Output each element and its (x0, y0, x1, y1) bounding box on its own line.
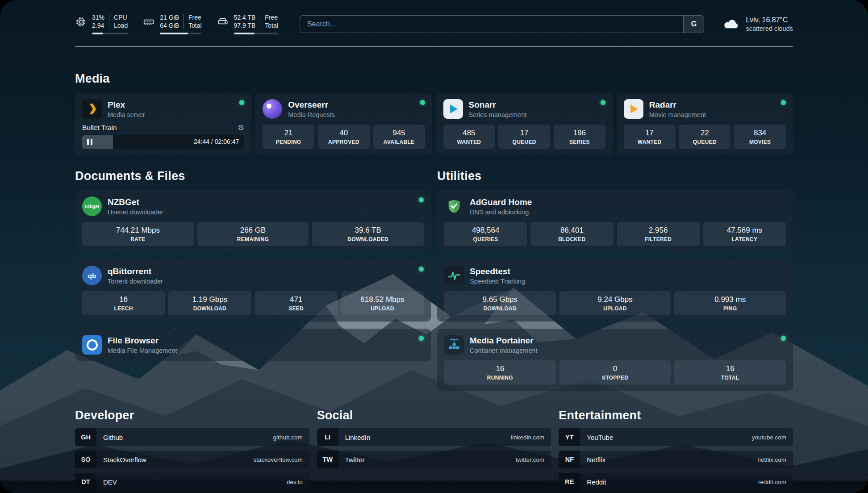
section-heading-social: Social (317, 409, 551, 422)
sonarr-icon (443, 99, 463, 119)
cloud-icon (723, 17, 740, 31)
pause-icon[interactable] (87, 139, 92, 145)
stat-wanted: 485WANTED (443, 125, 495, 149)
filebrowser-card[interactable]: File Browser Media File Management (75, 329, 431, 361)
adguard-card[interactable]: AdGuard Home DNS and adblocking 498,564Q… (437, 190, 793, 252)
search-engine-button[interactable]: G (683, 16, 704, 33)
playback-progress-bar[interactable]: 24:44 / 02:06:47 (82, 135, 244, 149)
stat-queued: 22QUEUED (679, 125, 731, 149)
app-subtitle: Speedtest Tracking (470, 278, 525, 285)
stat-seed: 471SEED (255, 291, 338, 315)
ram-label-2: Total (188, 21, 202, 29)
bookmark-linkedin[interactable]: LI LinkedIn linkedin.com (317, 428, 551, 446)
qbittorrent-card[interactable]: qb qBittorrent Torrent downloader 16LEEC… (75, 259, 431, 322)
stat-download: 1.19 GbpsDOWNLOAD (168, 291, 251, 315)
stat-movies: 834MOVIES (734, 125, 786, 149)
bookmark-netflix[interactable]: NF Netflix netflix.com (559, 451, 793, 468)
memory-stat: 21 GiB 64 GiB Free Total (143, 13, 201, 34)
stat-leech: 16LEECH (82, 291, 165, 315)
stat-queued: 17QUEUED (498, 125, 550, 149)
cpu-progress-bar (92, 33, 128, 34)
bookmark-youtube[interactable]: YT YouTube youtube.com (559, 428, 793, 446)
app-title: Radarr (649, 100, 706, 110)
stat-queries: 498,564QUERIES (444, 222, 527, 246)
stat-ping: 0.993 msPING (674, 291, 786, 315)
stat-wanted: 17WANTED (624, 125, 676, 149)
cpu-label-2: Load (114, 21, 128, 29)
header-divider (75, 46, 793, 47)
app-title: File Browser (108, 336, 177, 346)
stat-series: 196SERIES (554, 125, 605, 149)
stat-running: 16RUNNING (444, 360, 556, 384)
radarr-icon (624, 99, 643, 119)
app-title: Speedtest (470, 267, 525, 276)
disk-free: 52.4 TB (234, 13, 256, 21)
app-subtitle: Usenet downloader (108, 209, 163, 216)
section-heading-utilities: Utilities (437, 169, 793, 183)
app-title: qBittorrent (108, 267, 163, 276)
bookmark-twitter[interactable]: TW Twitter twitter.com (317, 451, 551, 468)
disk-label: Free (265, 13, 278, 21)
entertainment-bookmarks: Entertainment YT YouTube youtube.com NF … (559, 409, 793, 491)
speedtest-icon (444, 266, 464, 285)
disk-progress-bar (234, 33, 278, 34)
playback-time: 24:44 / 02:06:47 (194, 138, 239, 145)
ram-label: Free (188, 13, 202, 21)
nzbget-icon: nzbget (82, 196, 102, 216)
social-bookmarks: Social LI LinkedIn linkedin.com TW Twitt… (317, 409, 551, 468)
gear-icon[interactable]: ⚙ (238, 124, 244, 132)
stat-remaining: 266 GBREMAINING (197, 222, 309, 246)
app-title: Sonarr (469, 100, 527, 110)
plex-card[interactable]: Plex Media server Bullet Train ⚙ 24:44 /… (75, 93, 251, 155)
ram-progress-bar (160, 33, 201, 34)
app-subtitle: Media Requests (288, 111, 335, 118)
stat-download: 9.65 GbpsDOWNLOAD (444, 291, 556, 315)
app-title: Media Portainer (470, 336, 538, 346)
app-subtitle: DNS and adblocking (470, 209, 532, 216)
cpu-stat: 31% 2.94 CPU Load (75, 13, 128, 34)
plex-icon (82, 99, 102, 119)
nzbget-card[interactable]: nzbget NZBGet Usenet downloader 744.21 M… (75, 190, 431, 252)
app-subtitle: Torrent downloader (108, 278, 163, 285)
disk-total: 97.9 TB (234, 21, 256, 29)
section-heading-documents: Documents & Files (75, 169, 431, 183)
speedtest-card[interactable]: Speedtest Speedtest Tracking 9.65 GbpsDO… (437, 259, 793, 322)
sonarr-card[interactable]: Sonarr Series management 485WANTED 17QUE… (436, 93, 613, 155)
ram-icon (143, 16, 154, 28)
stat-downloaded: 39.6 TBDOWNLOADED (312, 222, 424, 246)
bookmark-dev[interactable]: DT DEV dev.to (75, 473, 309, 491)
status-dot (420, 100, 425, 105)
app-subtitle: Container management (470, 347, 538, 354)
cpu-label: CPU (114, 13, 128, 21)
search-input[interactable] (300, 16, 683, 33)
portainer-icon (444, 335, 464, 355)
overseerr-card[interactable]: Overseerr Media Requests 21PENDING 40APP… (255, 93, 432, 155)
portainer-card[interactable]: Media Portainer Container management 16R… (437, 329, 793, 391)
weather-condition: scattered clouds (746, 25, 793, 32)
section-heading-media: Media (75, 72, 793, 86)
cpu-chip-icon (75, 16, 87, 28)
stat-stopped: 0STOPPED (559, 360, 671, 384)
stat-rate: 744.21 MbpsRATE (82, 222, 194, 246)
app-subtitle: Media File Management (108, 347, 177, 354)
overseerr-icon (263, 99, 282, 119)
app-title: Overseerr (288, 100, 335, 110)
qbittorrent-icon: qb (82, 266, 102, 285)
ram-free: 21 GiB (160, 13, 179, 21)
bookmark-reddit[interactable]: RE Reddit reddit.com (559, 473, 793, 491)
utilities-column: Utilities (437, 169, 793, 391)
radarr-card[interactable]: Radarr Movie management 17WANTED 22QUEUE… (617, 93, 793, 155)
bookmark-github[interactable]: GH Github github.com (75, 428, 309, 446)
bookmark-stackoverflow[interactable]: SO StackOverflow stackoverflow.com (75, 451, 309, 468)
section-heading-entertainment: Entertainment (559, 409, 793, 422)
dashboard-screen: 31% 2.94 CPU Load (0, 0, 868, 493)
stat-filtered: 2,956FILTERED (617, 222, 700, 246)
stat-upload: 9.24 GbpsUPLOAD (559, 291, 671, 315)
documents-column: Documents & Files nzbget NZBGet Usenet d… (75, 169, 431, 361)
stat-approved: 40APPROVED (318, 125, 370, 149)
stat-pending: 21PENDING (263, 125, 314, 149)
weather-location: Lviv, 16.87°C (746, 16, 793, 24)
weather-widget[interactable]: Lviv, 16.87°C scattered clouds (723, 16, 793, 32)
app-subtitle: Movie management (649, 111, 706, 118)
adguard-shield-icon (444, 196, 464, 216)
